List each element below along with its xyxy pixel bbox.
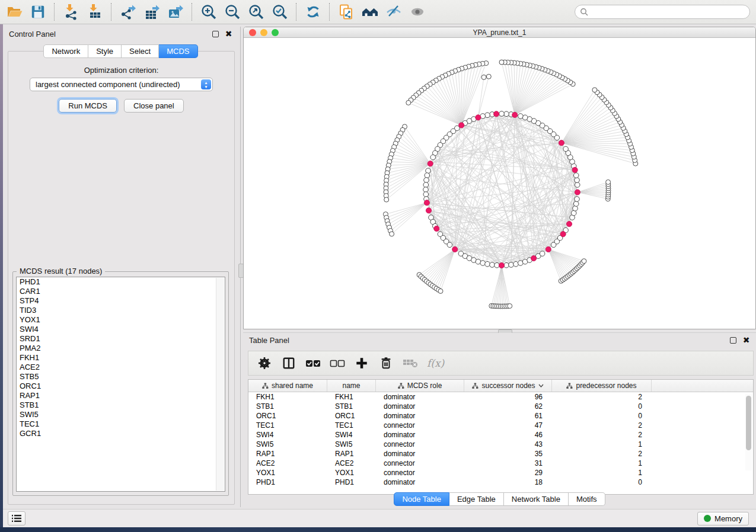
graph-node[interactable] [522,115,528,120]
select-all-button[interactable] [305,355,321,371]
column-header-successor-nodes[interactable]: successor nodes [464,380,552,392]
mcds-list-item[interactable]: STB5 [17,372,225,382]
graph-node[interactable] [509,262,514,268]
zoom-selected-button[interactable] [268,2,292,22]
graph-node[interactable] [573,173,579,178]
table-tab-network-table[interactable]: Network Table [504,492,569,506]
graph-node[interactable] [504,111,509,117]
zoom-fit-button[interactable] [244,2,268,22]
graph-node[interactable] [571,210,576,216]
memory-button[interactable]: Memory [697,512,749,525]
mcds-list-item[interactable]: FKH1 [17,353,225,363]
graph-node[interactable] [582,259,586,264]
mcds-list-item[interactable]: ORC1 [17,382,225,391]
export-image-button[interactable] [164,2,187,22]
table-tab-node-table[interactable]: Node Table [394,492,449,506]
first-neighbors-button[interactable] [358,2,382,22]
graph-node[interactable] [481,75,486,79]
zoom-out-button[interactable] [221,2,244,22]
apply-layout-button[interactable] [301,2,325,22]
dominator-node[interactable] [424,200,429,206]
graph-node[interactable] [423,192,429,197]
dominator-node[interactable] [566,222,572,227]
table-row[interactable]: TEC1TEC1connector472 [248,421,753,430]
mcds-list-item[interactable]: SRD1 [17,334,225,344]
table-row[interactable]: SWI5SWI5connector431 [248,440,753,449]
graph-node[interactable] [424,178,429,183]
close-panel-button[interactable]: Close panel [124,99,184,113]
column-header-predecessor-nodes[interactable]: predecessor nodes [552,380,652,392]
graph-node[interactable] [518,261,524,266]
mcds-list-item[interactable]: PMA2 [17,344,225,353]
graph-node[interactable] [430,155,436,160]
dominator-node[interactable] [434,226,439,231]
dominator-node[interactable] [546,246,551,252]
graph-node[interactable] [573,206,578,211]
graph-node[interactable] [425,173,430,178]
graph-node[interactable] [592,88,597,92]
graph-node[interactable] [499,60,504,65]
export-network-button[interactable] [116,2,140,22]
graph-node[interactable] [390,232,394,236]
graph-node[interactable] [499,111,505,117]
table-row[interactable]: PHD1PHD1dominator180 [248,477,753,487]
column-settings-button[interactable] [257,355,272,371]
dominator-node[interactable] [560,232,566,237]
dominator-node[interactable] [476,115,481,120]
function-builder-button[interactable]: f(x) [427,357,444,369]
graph-node[interactable] [508,304,512,309]
column-header-MCDS-role[interactable]: MCDS role [376,380,464,392]
search-input[interactable] [591,7,749,17]
graph-node[interactable] [447,242,452,248]
import-network-button[interactable] [59,2,83,22]
float-panel-icon[interactable] [729,336,737,344]
list-scrollbar[interactable] [216,278,224,491]
graph-node[interactable] [486,74,491,79]
console-button[interactable] [8,511,25,525]
table-row[interactable]: RAP1RAP1dominator352 [248,449,753,459]
tab-mcds[interactable]: MCDS [159,44,197,58]
table-row[interactable]: YOX1YOX1connector291 [248,468,753,477]
graph-node[interactable] [573,201,579,207]
mcds-list-item[interactable]: SWI5 [17,410,225,419]
vertical-splitter[interactable] [238,27,243,507]
graph-node[interactable] [540,251,545,257]
graph-node[interactable] [476,259,481,264]
tab-style[interactable]: Style [88,44,122,58]
graph-node[interactable] [485,113,490,118]
table-row[interactable]: ACE2ACE2connector311 [248,459,753,468]
dominator-node[interactable] [452,246,458,252]
delete-column-button[interactable] [378,355,394,371]
graph-node[interactable] [480,261,486,266]
graph-node[interactable] [423,182,429,188]
mcds-list-item[interactable]: CAR1 [17,287,225,296]
hide-selected-button[interactable] [382,2,406,22]
graph-node[interactable] [438,289,443,293]
graph-node[interactable] [426,168,431,174]
table-tab-edge-table[interactable]: Edge Table [449,492,504,506]
dominator-node[interactable] [531,255,537,261]
import-table-button[interactable] [83,2,107,22]
float-panel-icon[interactable] [212,30,219,38]
zoom-in-button[interactable] [197,2,221,22]
graph-node[interactable] [384,197,389,202]
network-canvas[interactable] [244,38,755,329]
tab-select[interactable]: Select [122,44,159,58]
dominator-node[interactable] [494,111,499,117]
mcds-list-item[interactable]: PHD1 [17,277,225,287]
scrollbar-thumb[interactable] [746,396,751,450]
export-table-button[interactable] [140,2,164,22]
graph-node[interactable] [490,262,495,268]
close-panel-icon[interactable]: ✖ [225,30,232,38]
dominator-node[interactable] [499,262,504,268]
close-panel-icon[interactable]: ✖ [742,336,750,344]
graph-node[interactable] [575,178,580,183]
table-row[interactable]: STB1STB1dominator620 [248,402,753,411]
tab-network[interactable]: Network [43,44,88,58]
open-file-button[interactable] [2,2,26,22]
deselect-all-button[interactable] [330,355,345,371]
graph-node[interactable] [575,182,580,188]
delete-table-button[interactable] [403,355,418,371]
criterion-select[interactable]: largest connected component (undirected)… [30,78,213,91]
mcds-result-list[interactable]: PHD1CAR1STP4TID3YOX1SWI4SRD1PMA2FKH1ACE2… [16,277,225,492]
